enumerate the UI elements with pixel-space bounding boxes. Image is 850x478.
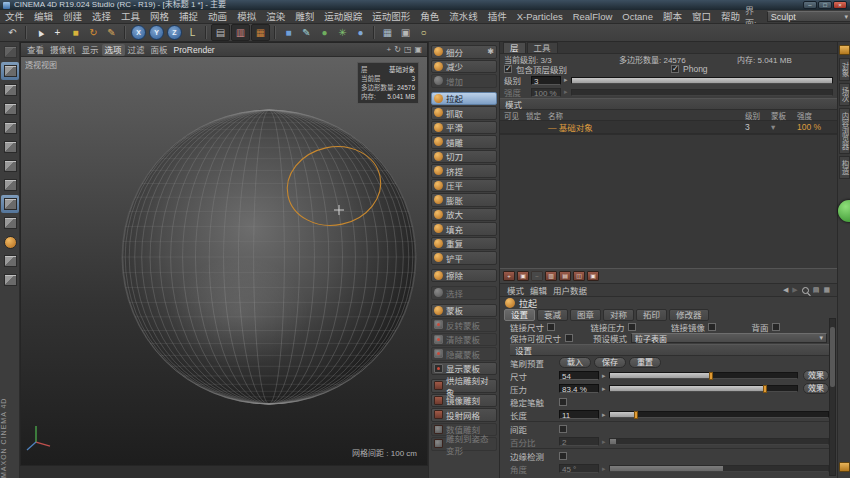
scrollbar-thumb[interactable] — [830, 327, 835, 387]
sculpt-tool-铲平[interactable]: 铲平 — [431, 251, 497, 265]
sculpt-tool-烘焙雕刻对象[interactable]: 烘焙雕刻对象 — [431, 379, 497, 393]
menu-item-工具[interactable]: 工具 — [116, 10, 145, 23]
back-icon[interactable]: ◀ — [783, 286, 788, 294]
viewport-menu-过滤[interactable]: 过滤 — [125, 44, 148, 56]
options-icon[interactable]: ▦ — [823, 286, 830, 294]
stepper-icon[interactable]: ▸ — [602, 411, 606, 419]
sculpt-tool-选择[interactable]: 选择 — [431, 286, 497, 300]
undo-icon[interactable]: ↶ — [4, 25, 21, 40]
add-folder-icon[interactable]: ▣ — [517, 271, 529, 281]
add-layer-icon[interactable]: + — [503, 271, 515, 281]
sculpt-tool-拉起[interactable]: 拉起 — [431, 92, 497, 106]
lock-z-icon[interactable]: Z — [167, 25, 182, 40]
param-slider[interactable] — [609, 372, 798, 379]
layer-options-icon[interactable]: ▣ — [587, 271, 599, 281]
dock-icon-top[interactable] — [839, 45, 850, 55]
effect-button[interactable]: 效果 — [803, 370, 829, 381]
dock-icon-bottom[interactable] — [839, 462, 850, 472]
viewport-menu-摄像机[interactable]: 摄像机 — [47, 44, 79, 56]
level-slider[interactable] — [571, 77, 833, 84]
sculpt-tool-填充[interactable]: 填充 — [431, 222, 497, 236]
tab-tools[interactable]: 工具 — [527, 42, 558, 53]
maximize-view-icon[interactable]: ▣ — [414, 44, 422, 56]
filter-icon[interactable]: ▤ — [813, 286, 820, 294]
zoom-icon[interactable]: ◳ — [404, 44, 412, 56]
tab-layers[interactable]: 层 — [503, 42, 526, 53]
add-cube-icon[interactable]: ■ — [280, 25, 297, 40]
enable-snap[interactable] — [1, 195, 19, 213]
dock-tab-内容浏览器[interactable]: 内容浏览器 — [839, 108, 850, 154]
attr-menu-用户数据[interactable]: 用户数据 — [550, 284, 590, 296]
attr-menu-编辑[interactable]: 编辑 — [527, 284, 550, 296]
render-settings-icon[interactable]: ▦ — [251, 24, 270, 41]
search-icon[interactable] — [802, 287, 809, 294]
viewport-menu-显示[interactable]: 显示 — [79, 44, 102, 56]
spline-pen-icon[interactable]: ✎ — [298, 25, 315, 40]
menu-item-窗口[interactable]: 窗口 — [687, 10, 716, 23]
button-重置[interactable]: 重置 — [629, 357, 661, 368]
rotate-icon[interactable]: ↻ — [85, 25, 102, 40]
link-checkbox[interactable] — [547, 323, 555, 331]
sculpt-tool-雕刻到姿态变形[interactable]: 雕刻到姿态变形 — [431, 437, 497, 451]
layer-name[interactable]: — 基础对象 — [548, 121, 745, 133]
sculpt-tool-减少[interactable]: 减少 — [431, 60, 497, 74]
brush-tab-图章[interactable]: 图章 — [570, 309, 601, 321]
sculpt-tool-反转蒙板[interactable]: 反转蒙板 — [431, 318, 497, 332]
menu-item-流水线[interactable]: 流水线 — [444, 10, 483, 23]
stepper-icon[interactable]: ▸ — [564, 76, 568, 84]
menu-item-渲染[interactable]: 渲染 — [261, 10, 290, 23]
sculpt-tool-蒙板[interactable]: 蒙板 — [431, 304, 497, 318]
lock-x-icon[interactable]: X — [131, 25, 146, 40]
param-slider[interactable] — [609, 411, 829, 418]
slider-knob[interactable] — [634, 411, 638, 419]
param-value[interactable]: 54 — [559, 371, 599, 380]
viewport-menu-选项[interactable]: 选项 — [102, 44, 125, 56]
menu-item-角色[interactable]: 角色 — [415, 10, 444, 23]
sculpt-tool-蜡雕[interactable]: 蜡雕 — [431, 135, 497, 149]
menu-item-插件[interactable]: 插件 — [483, 10, 512, 23]
sculpt-tool-增加[interactable]: 增加 — [431, 74, 497, 88]
button-保存[interactable]: 保存 — [594, 357, 626, 368]
sculpt-tool-擦除[interactable]: 擦除 — [431, 269, 497, 283]
brush-tab-拓印[interactable]: 拓印 — [636, 309, 667, 321]
make-editable-mode[interactable] — [1, 43, 19, 61]
sculpt-tool-平滑[interactable]: 平滑 — [431, 121, 497, 135]
mograph-icon[interactable]: ✳ — [334, 25, 351, 40]
param-value[interactable]: 83.4 % — [559, 384, 599, 393]
orbit-icon[interactable]: ↻ — [394, 44, 401, 56]
layer-list-empty-area[interactable] — [500, 134, 837, 268]
param-value[interactable]: 11 — [559, 410, 599, 419]
effect-button[interactable]: 效果 — [803, 383, 829, 394]
menu-item-编辑[interactable]: 编辑 — [29, 10, 58, 23]
attr-menu-模式[interactable]: 模式 — [504, 284, 527, 296]
menu-item-RealFlow[interactable]: RealFlow — [568, 10, 618, 23]
menu-item-脚本[interactable]: 脚本 — [658, 10, 687, 23]
merge-layer-icon[interactable]: ▤ — [559, 271, 571, 281]
move-icon[interactable]: + — [49, 25, 66, 40]
viewport-menu-查看[interactable]: 查看 — [24, 44, 47, 56]
flatten-layer-icon[interactable]: ◫ — [573, 271, 585, 281]
slider-knob[interactable] — [709, 372, 713, 380]
select-arrow-icon[interactable]: ▲ — [31, 25, 48, 40]
table-row[interactable]: — 基础对象3▾100 % — [500, 121, 837, 134]
workplane-icon[interactable]: L — [184, 25, 201, 40]
stepper-icon[interactable]: ▸ — [602, 372, 606, 380]
menu-item-文件[interactable]: 文件 — [0, 10, 29, 23]
lock-y-icon[interactable]: Y — [149, 25, 164, 40]
viewport-canvas[interactable]: 透视视图 层基础对象当前层3多边形数量:24576内存:5.041 MB 网格间… — [21, 57, 427, 466]
stepper-icon[interactable]: ▸ — [602, 385, 606, 393]
dock-tab-场次[interactable]: 场次 — [839, 83, 850, 106]
menu-item-Octane[interactable]: Octane — [617, 10, 658, 23]
brush-tab-修改器[interactable]: 修改器 — [669, 309, 709, 321]
camera-icon[interactable]: ▣ — [397, 25, 414, 40]
link-checkbox[interactable] — [772, 323, 780, 331]
level-value[interactable]: 3 — [531, 76, 561, 85]
viewport-menu-ProRender[interactable]: ProRender — [171, 44, 218, 56]
sculpt-tool-重复[interactable]: 重复 — [431, 237, 497, 251]
phong-checkbox[interactable] — [671, 65, 679, 73]
model-mode[interactable] — [1, 62, 19, 80]
subdivision-surface-icon[interactable]: ● — [316, 25, 333, 40]
brush-tab-衰减[interactable]: 衰减 — [537, 309, 568, 321]
dock-tab-构造[interactable]: 构造 — [839, 156, 850, 179]
link-checkbox[interactable] — [628, 323, 636, 331]
